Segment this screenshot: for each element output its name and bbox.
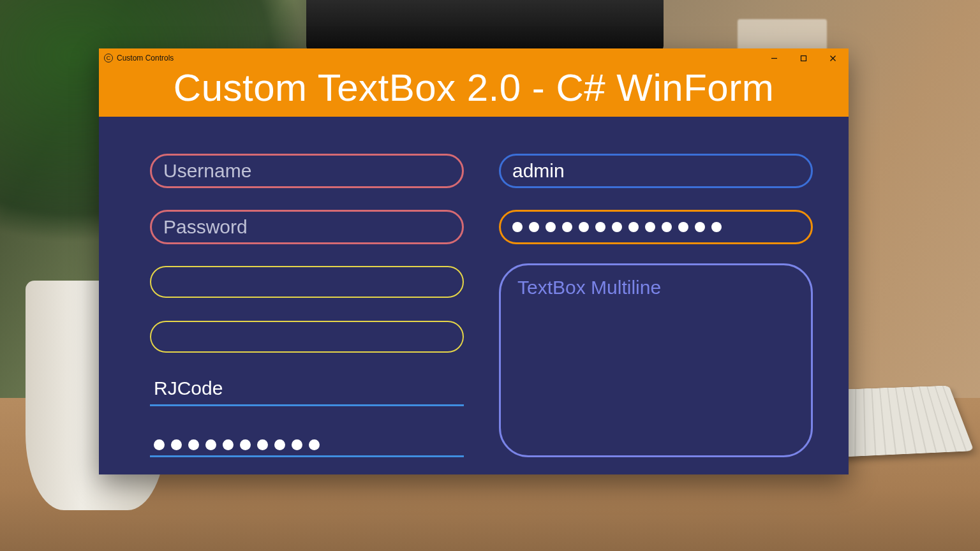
empty-input-2[interactable] [150,321,464,353]
multiline-placeholder: TextBox Multiline [517,277,661,298]
username-value: admin [512,160,565,182]
password-input-rounded[interactable]: Password [150,210,464,244]
maximize-button[interactable] [789,48,818,68]
username-input-rounded[interactable]: Username [150,154,464,188]
username-placeholder: Username [163,160,251,182]
window-title: Custom Controls [117,54,174,62]
minimize-button[interactable] [759,48,789,68]
password-input-filled[interactable] [499,210,813,244]
underline-text-value: RJCode [154,378,223,399]
multiline-textbox[interactable]: TextBox Multiline [499,263,813,457]
underline-text-input[interactable]: RJCode [150,371,464,406]
username-input-filled[interactable]: admin [499,154,813,188]
form-area: Username Password RJCode admin TextBox M… [99,117,849,474]
minimize-icon [771,55,778,62]
close-button[interactable] [818,48,847,68]
app-window: C Custom Controls Custom TextBox 2.0 - C… [99,48,849,474]
titlebar[interactable]: C Custom Controls [99,48,849,68]
underline-password-dots [154,439,320,450]
maximize-icon [800,55,807,62]
password-dots [512,222,722,232]
close-icon [829,55,836,62]
page-title: Custom TextBox 2.0 - C# WinForm [99,68,849,117]
svg-rect-1 [801,55,806,61]
app-icon: C [104,54,113,62]
empty-input-1[interactable] [150,266,464,298]
password-placeholder: Password [163,216,248,238]
underline-password-input[interactable] [150,422,464,457]
